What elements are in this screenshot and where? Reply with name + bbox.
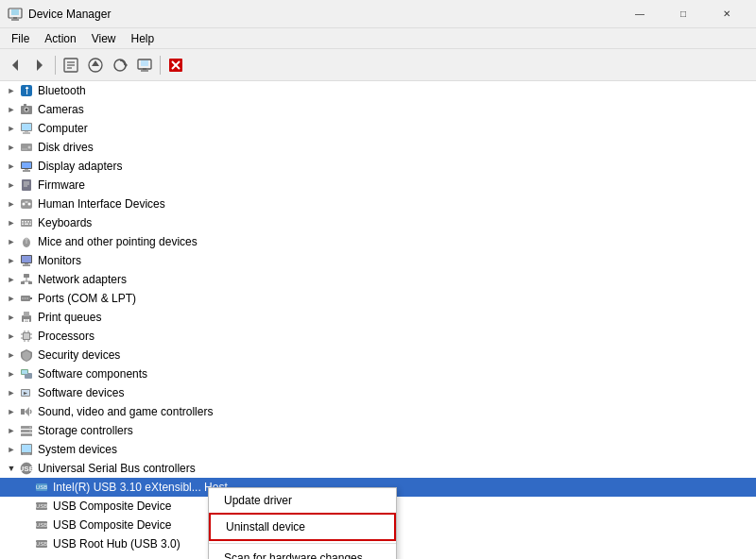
context-separator-1 [209,543,396,544]
label-disk-drives: Disk drives [38,141,94,154]
label-ports: Ports (COM & LPT) [38,292,136,305]
context-uninstall-device[interactable]: Uninstall device [209,513,396,541]
tree-item-hid[interactable]: ► Human Interface Devices [0,195,756,213]
menu-help[interactable]: Help [124,30,163,47]
menu-bar: File Action View Help [0,28,756,49]
svg-marker-5 [37,59,43,71]
tree-item-ports[interactable]: ► Ports (COM & LPT) [0,289,756,308]
svg-point-32 [28,146,31,149]
label-processors: Processors [38,330,94,343]
tree-item-software-components[interactable]: ► Software components [0,364,756,383]
svg-point-98 [29,431,31,432]
svg-point-70 [26,297,28,299]
svg-rect-48 [25,221,26,223]
icon-disk-drives [19,140,34,155]
tree-item-network[interactable]: ► Network adapters [0,270,756,289]
label-usb-root-hub: USB Root Hub (USB 3.0) [53,537,180,551]
svg-rect-38 [22,179,31,191]
svg-marker-13 [125,62,128,68]
minimize-button[interactable]: — [618,0,662,28]
icon-storage [19,423,34,438]
svg-point-56 [25,238,28,241]
tree-item-sound[interactable]: ► Sound, video and game controllers [0,402,756,421]
tree-item-monitors[interactable]: ► Monitors [0,251,756,270]
icon-software-devices [19,385,34,400]
arrow-keyboards: ► [4,215,19,230]
tree-item-computer[interactable]: ► Computer [0,119,756,138]
tree-item-cameras[interactable]: ► Cameras [0,100,756,119]
menu-action[interactable]: Action [37,30,83,47]
label-keyboards: Keyboards [38,216,92,229]
menu-view[interactable]: View [84,30,124,47]
maximize-button[interactable]: □ [662,0,705,28]
tree-item-bluetooth[interactable]: ► ⭡ Bluetooth [0,81,756,100]
tree-item-disk-drives[interactable]: ► Disk drives [0,138,756,157]
remove-button[interactable] [164,54,187,76]
icon-cameras [19,102,34,117]
close-button[interactable]: ✕ [705,0,748,28]
tree-item-processors[interactable]: ► Processors [0,327,756,346]
update-driver-button[interactable] [84,54,107,76]
menu-file[interactable]: File [4,30,37,47]
tree-item-mice[interactable]: ► Mice and other pointing devices [0,232,756,251]
context-update-driver[interactable]: Update driver [209,488,396,513]
svg-marker-93 [25,407,29,416]
svg-point-68 [22,297,24,299]
svg-rect-50 [22,224,24,226]
icon-hid [19,196,34,212]
label-computer: Computer [38,122,88,135]
display-button[interactable] [133,54,156,76]
icon-network [19,272,34,287]
svg-rect-15 [141,60,148,66]
svg-point-25 [26,109,28,111]
tree-item-software-devices[interactable]: ► Software devices [0,383,756,402]
icon-keyboards [19,215,34,230]
svg-point-69 [25,297,26,299]
arrow-cameras: ► [4,102,19,117]
tree-item-security[interactable]: ► Security devices [0,346,756,364]
svg-rect-72 [24,312,29,316]
window-controls[interactable]: — □ ✕ [618,0,748,28]
title-bar-left: Device Manager [8,7,111,22]
arrow-disk-drives: ► [4,140,19,155]
arrow-software-devices: ► [4,385,19,400]
scan-button[interactable] [109,54,131,76]
svg-rect-96 [21,433,32,436]
tree-item-print[interactable]: ► Print queues [0,308,756,327]
tree-item-keyboards[interactable]: ► Keyboards [0,213,756,232]
icon-firmware [19,178,34,193]
context-scan-changes[interactable]: Scan for hardware changes [209,546,396,559]
label-bluetooth: Bluetooth [38,84,86,97]
svg-rect-92 [21,409,25,415]
svg-rect-100 [22,445,31,452]
toolbar-separator-1 [55,56,56,75]
svg-marker-4 [12,59,18,71]
back-button[interactable] [4,54,26,76]
label-system: System devices [38,443,117,456]
label-monitors: Monitors [38,254,81,267]
svg-rect-35 [22,162,31,168]
svg-marker-11 [92,60,99,66]
svg-text:USB: USB [36,503,47,509]
svg-text:USB: USB [36,522,47,528]
arrow-processors: ► [4,329,19,344]
label-network: Network adapters [38,273,127,286]
svg-rect-77 [24,333,29,339]
tree-item-system[interactable]: ► System devices [0,440,756,459]
icon-usb-composite-1: USB [34,499,49,514]
tree-item-display-adapters[interactable]: ► Display adapters [0,157,756,176]
label-print: Print queues [38,311,101,324]
tree-item-storage[interactable]: ► Storage controllers [0,421,756,440]
forward-button[interactable] [28,54,51,76]
svg-text:USB: USB [36,541,47,547]
device-list[interactable]: ► ⭡ Bluetooth ► Cameras [0,81,756,559]
arrow-software-components: ► [4,366,19,381]
svg-point-44 [28,203,31,206]
svg-rect-45 [26,201,28,203]
properties-button[interactable] [60,54,82,76]
tree-item-usb-controllers[interactable]: ▼ USB Universal Serial Bus controllers [0,459,756,478]
label-display-adapters: Display adapters [38,160,122,173]
svg-rect-52 [29,224,31,226]
svg-rect-26 [24,104,26,106]
tree-item-firmware[interactable]: ► Firmware [0,176,756,195]
